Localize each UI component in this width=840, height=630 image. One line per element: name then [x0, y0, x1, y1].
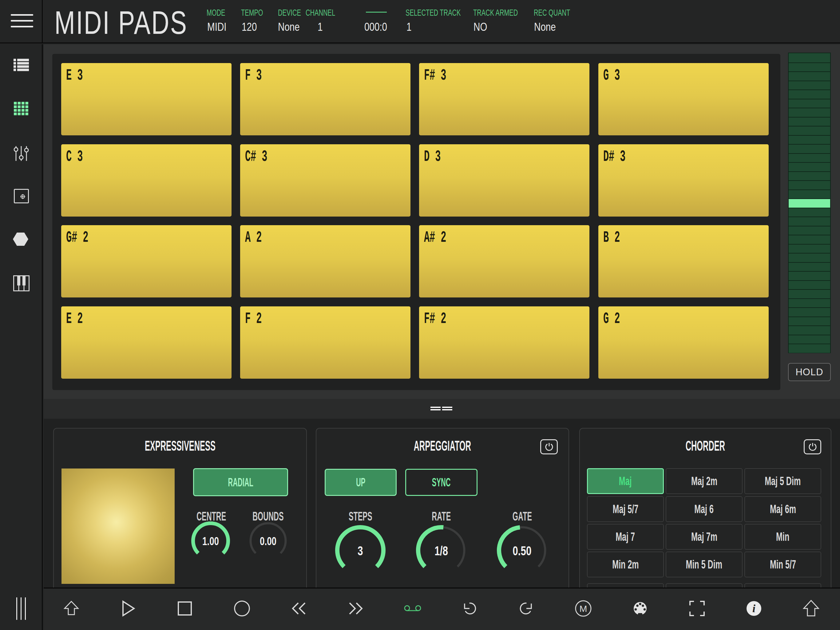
svg-text:M: M [579, 603, 587, 614]
svg-text:i: i [752, 602, 755, 615]
